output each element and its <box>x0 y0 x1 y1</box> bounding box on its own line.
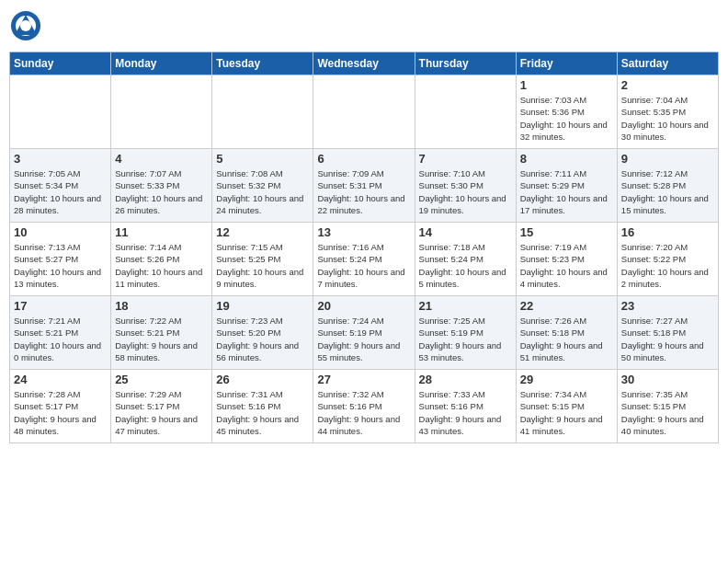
day-info: Sunrise: 7:08 AM Sunset: 5:32 PM Dayligh… <box>216 167 309 216</box>
day-number: 2 <box>621 78 714 92</box>
day-number: 21 <box>419 299 512 313</box>
calendar-cell: 4Sunrise: 7:07 AM Sunset: 5:33 PM Daylig… <box>111 149 212 223</box>
calendar-cell <box>10 75 111 149</box>
day-info: Sunrise: 7:32 AM Sunset: 5:16 PM Dayligh… <box>317 388 410 437</box>
calendar-cell <box>111 75 212 149</box>
day-info: Sunrise: 7:16 AM Sunset: 5:24 PM Dayligh… <box>317 241 410 290</box>
day-info: Sunrise: 7:20 AM Sunset: 5:22 PM Dayligh… <box>621 241 714 290</box>
day-info: Sunrise: 7:29 AM Sunset: 5:17 PM Dayligh… <box>115 388 208 437</box>
calendar-cell <box>415 75 516 149</box>
day-info: Sunrise: 7:25 AM Sunset: 5:19 PM Dayligh… <box>419 315 512 363</box>
calendar-cell: 18Sunrise: 7:22 AM Sunset: 5:21 PM Dayli… <box>111 296 212 370</box>
day-number: 12 <box>216 225 309 239</box>
day-number: 24 <box>14 373 107 386</box>
day-number: 17 <box>14 299 107 313</box>
day-number: 16 <box>621 225 714 239</box>
day-number: 18 <box>115 299 208 313</box>
calendar-cell: 19Sunrise: 7:23 AM Sunset: 5:20 PM Dayli… <box>212 296 313 370</box>
weekday-header-monday: Monday <box>111 52 212 75</box>
calendar-cell: 21Sunrise: 7:25 AM Sunset: 5:19 PM Dayli… <box>415 296 516 370</box>
day-number: 13 <box>317 225 410 239</box>
calendar-cell: 28Sunrise: 7:33 AM Sunset: 5:16 PM Dayli… <box>415 370 516 443</box>
day-info: Sunrise: 7:19 AM Sunset: 5:23 PM Dayligh… <box>520 241 613 290</box>
calendar-cell: 3Sunrise: 7:05 AM Sunset: 5:34 PM Daylig… <box>10 149 111 223</box>
day-info: Sunrise: 7:09 AM Sunset: 5:31 PM Dayligh… <box>317 167 410 216</box>
day-number: 8 <box>520 152 613 166</box>
day-number: 15 <box>520 225 613 239</box>
day-info: Sunrise: 7:35 AM Sunset: 5:15 PM Dayligh… <box>621 388 714 437</box>
day-number: 3 <box>14 152 107 166</box>
day-info: Sunrise: 7:28 AM Sunset: 5:17 PM Dayligh… <box>14 388 107 437</box>
calendar-cell: 5Sunrise: 7:08 AM Sunset: 5:32 PM Daylig… <box>212 149 313 223</box>
day-number: 4 <box>115 152 208 166</box>
day-info: Sunrise: 7:18 AM Sunset: 5:24 PM Dayligh… <box>419 241 512 290</box>
logo <box>9 9 46 46</box>
calendar-cell: 29Sunrise: 7:34 AM Sunset: 5:15 PM Dayli… <box>516 370 617 443</box>
day-number: 28 <box>419 373 512 386</box>
calendar-cell <box>313 75 415 149</box>
day-number: 30 <box>621 373 714 386</box>
weekday-header-thursday: Thursday <box>415 52 516 75</box>
day-number: 19 <box>216 299 309 313</box>
calendar-cell: 24Sunrise: 7:28 AM Sunset: 5:17 PM Dayli… <box>10 370 111 443</box>
day-number: 5 <box>216 152 309 166</box>
day-info: Sunrise: 7:13 AM Sunset: 5:27 PM Dayligh… <box>14 241 107 290</box>
day-number: 25 <box>115 373 208 386</box>
day-info: Sunrise: 7:10 AM Sunset: 5:30 PM Dayligh… <box>419 167 512 216</box>
day-info: Sunrise: 7:23 AM Sunset: 5:20 PM Dayligh… <box>216 315 309 363</box>
day-info: Sunrise: 7:22 AM Sunset: 5:21 PM Dayligh… <box>115 315 208 363</box>
day-info: Sunrise: 7:33 AM Sunset: 5:16 PM Dayligh… <box>419 388 512 437</box>
day-number: 9 <box>621 152 714 166</box>
day-info: Sunrise: 7:11 AM Sunset: 5:29 PM Dayligh… <box>520 167 613 216</box>
calendar-cell: 16Sunrise: 7:20 AM Sunset: 5:22 PM Dayli… <box>617 223 718 296</box>
calendar-cell: 14Sunrise: 7:18 AM Sunset: 5:24 PM Dayli… <box>415 223 516 296</box>
day-info: Sunrise: 7:26 AM Sunset: 5:18 PM Dayligh… <box>520 315 613 363</box>
calendar-cell: 23Sunrise: 7:27 AM Sunset: 5:18 PM Dayli… <box>617 296 718 370</box>
day-info: Sunrise: 7:07 AM Sunset: 5:33 PM Dayligh… <box>115 167 208 216</box>
day-number: 29 <box>520 373 613 386</box>
calendar-cell: 9Sunrise: 7:12 AM Sunset: 5:28 PM Daylig… <box>617 149 718 223</box>
calendar-cell: 7Sunrise: 7:10 AM Sunset: 5:30 PM Daylig… <box>415 149 516 223</box>
calendar-cell: 13Sunrise: 7:16 AM Sunset: 5:24 PM Dayli… <box>313 223 415 296</box>
day-info: Sunrise: 7:27 AM Sunset: 5:18 PM Dayligh… <box>621 315 714 363</box>
day-number: 11 <box>115 225 208 239</box>
calendar-cell: 12Sunrise: 7:15 AM Sunset: 5:25 PM Dayli… <box>212 223 313 296</box>
calendar-cell: 10Sunrise: 7:13 AM Sunset: 5:27 PM Dayli… <box>10 223 111 296</box>
calendar-cell: 8Sunrise: 7:11 AM Sunset: 5:29 PM Daylig… <box>516 149 617 223</box>
calendar-table: SundayMondayTuesdayWednesdayThursdayFrid… <box>9 52 719 443</box>
calendar-cell: 26Sunrise: 7:31 AM Sunset: 5:16 PM Dayli… <box>212 370 313 443</box>
day-info: Sunrise: 7:03 AM Sunset: 5:36 PM Dayligh… <box>520 94 613 143</box>
day-number: 27 <box>317 373 410 386</box>
calendar-cell: 17Sunrise: 7:21 AM Sunset: 5:21 PM Dayli… <box>10 296 111 370</box>
day-info: Sunrise: 7:21 AM Sunset: 5:21 PM Dayligh… <box>14 315 107 363</box>
svg-point-3 <box>20 20 31 31</box>
day-number: 23 <box>621 299 714 313</box>
calendar-cell: 27Sunrise: 7:32 AM Sunset: 5:16 PM Dayli… <box>313 370 415 443</box>
day-number: 6 <box>317 152 410 166</box>
day-info: Sunrise: 7:15 AM Sunset: 5:25 PM Dayligh… <box>216 241 309 290</box>
day-number: 22 <box>520 299 613 313</box>
calendar-cell: 1Sunrise: 7:03 AM Sunset: 5:36 PM Daylig… <box>516 75 617 149</box>
page-header <box>9 9 719 46</box>
calendar-cell: 20Sunrise: 7:24 AM Sunset: 5:19 PM Dayli… <box>313 296 415 370</box>
day-info: Sunrise: 7:31 AM Sunset: 5:16 PM Dayligh… <box>216 388 309 437</box>
weekday-header-saturday: Saturday <box>617 52 718 75</box>
day-number: 7 <box>419 152 512 166</box>
weekday-header-tuesday: Tuesday <box>212 52 313 75</box>
day-number: 20 <box>317 299 410 313</box>
day-number: 14 <box>419 225 512 239</box>
day-number: 26 <box>216 373 309 386</box>
calendar-cell: 25Sunrise: 7:29 AM Sunset: 5:17 PM Dayli… <box>111 370 212 443</box>
calendar-cell: 15Sunrise: 7:19 AM Sunset: 5:23 PM Dayli… <box>516 223 617 296</box>
calendar-cell <box>212 75 313 149</box>
day-info: Sunrise: 7:14 AM Sunset: 5:26 PM Dayligh… <box>115 241 208 290</box>
weekday-header-sunday: Sunday <box>10 52 111 75</box>
day-number: 1 <box>520 78 613 92</box>
calendar-cell: 30Sunrise: 7:35 AM Sunset: 5:15 PM Dayli… <box>617 370 718 443</box>
day-info: Sunrise: 7:34 AM Sunset: 5:15 PM Dayligh… <box>520 388 613 437</box>
day-info: Sunrise: 7:24 AM Sunset: 5:19 PM Dayligh… <box>317 315 410 363</box>
day-number: 10 <box>14 225 107 239</box>
day-info: Sunrise: 7:04 AM Sunset: 5:35 PM Dayligh… <box>621 94 714 143</box>
day-info: Sunrise: 7:05 AM Sunset: 5:34 PM Dayligh… <box>14 167 107 216</box>
calendar-cell: 22Sunrise: 7:26 AM Sunset: 5:18 PM Dayli… <box>516 296 617 370</box>
